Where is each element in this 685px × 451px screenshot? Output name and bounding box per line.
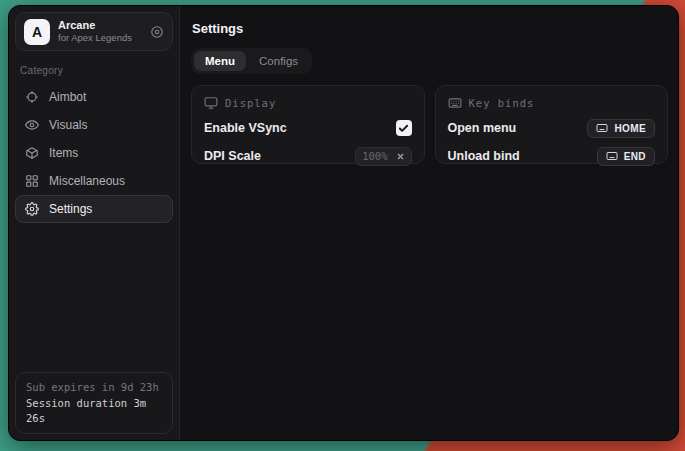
monitor-icon [204, 96, 218, 110]
eye-icon [25, 118, 39, 132]
sidebar-item-label: Items [49, 146, 78, 160]
grid-icon [25, 174, 39, 188]
unload-bind-label: Unload bind [448, 149, 520, 163]
sidebar-item-items[interactable]: Items [15, 139, 173, 167]
brand-title: Arcane [58, 19, 142, 33]
open-menu-label: Open menu [448, 121, 517, 135]
enable-vsync-label: Enable VSync [204, 121, 287, 135]
sidebar-item-label: Settings [49, 202, 92, 216]
unload-bind-keybind[interactable]: END [597, 147, 655, 166]
gear-icon [25, 202, 39, 216]
card-title: Key binds [469, 97, 535, 109]
keyboard-icon [448, 96, 462, 110]
dpi-scale-label: DPI Scale [204, 149, 261, 163]
brand-subtitle: for Apex Legends [58, 32, 142, 44]
sidebar-item-label: Aimbot [49, 90, 86, 104]
page-title: Settings [192, 21, 668, 36]
sidebar-item-label: Visuals [49, 118, 87, 132]
vsync-checkbox[interactable] [396, 120, 412, 136]
sidebar-item-settings[interactable]: Settings [15, 195, 173, 223]
keyboard-icon [596, 122, 608, 134]
tab-configs[interactable]: Configs [248, 51, 309, 71]
session-duration-text: Session duration 3m 26s [26, 396, 162, 426]
sidebar-item-visuals[interactable]: Visuals [15, 111, 173, 139]
settings-tabbar: Menu Configs [191, 48, 312, 74]
display-card: Display Enable VSync DPI Scale 100% [191, 85, 425, 164]
box-icon [25, 146, 39, 160]
sidebar-item-label: Miscellaneous [49, 174, 125, 188]
main-panel: Settings Menu Configs Display E [180, 6, 678, 440]
sidebar-item-miscellaneous[interactable]: Miscellaneous [15, 167, 173, 195]
dpi-scale-value: 100% [362, 150, 395, 162]
clear-icon[interactable] [396, 152, 405, 161]
crosshair-icon [25, 90, 39, 104]
sidebar-item-aimbot[interactable]: Aimbot [15, 83, 173, 111]
keybind-value: END [624, 151, 646, 162]
sub-expiry-text: Sub expires in 9d 23h [26, 380, 162, 395]
tab-menu[interactable]: Menu [194, 51, 246, 71]
app-window: A Arcane for Apex Legends Category [8, 5, 679, 441]
open-menu-keybind[interactable]: HOME [587, 119, 655, 138]
brand-logo: A [24, 19, 50, 45]
keybinds-card: Key binds Open menu HOME Unload bind [435, 85, 669, 164]
brand-card: A Arcane for Apex Legends [15, 12, 173, 51]
sidebar-nav: Aimbot Visuals Items [15, 83, 173, 223]
target-icon[interactable] [150, 25, 164, 39]
sidebar: A Arcane for Apex Legends Category [9, 6, 180, 440]
dpi-scale-input[interactable]: 100% [355, 147, 411, 166]
keyboard-icon [606, 150, 618, 162]
card-title: Display [225, 97, 276, 109]
category-label: Category [20, 65, 168, 76]
keybind-value: HOME [614, 123, 646, 134]
subscription-info: Sub expires in 9d 23h Session duration 3… [15, 372, 173, 434]
